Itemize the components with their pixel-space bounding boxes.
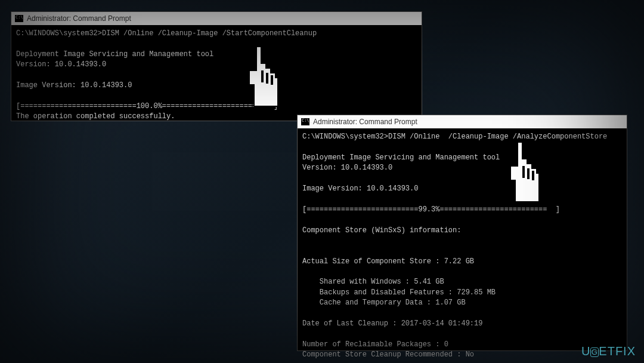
reclaimable: Number of Reclaimable Packages : 0 xyxy=(302,340,448,349)
titlebar-1[interactable]: Administrator: Command Prompt xyxy=(11,12,422,25)
window-title: Administrator: Command Prompt xyxy=(313,118,417,126)
output-line: Deployment Image Servicing and Managemen… xyxy=(16,50,213,59)
prompt: C:\WINDOWS\system32> xyxy=(16,29,102,38)
result-line: The operation completed successfully. xyxy=(16,112,175,121)
output-line: Deployment Image Servicing and Managemen… xyxy=(302,153,500,162)
progress-bar: [===========================100.0%======… xyxy=(16,102,278,110)
backups-size: Backups and Disabled Features : 729.85 M… xyxy=(302,288,496,297)
titlebar-2[interactable]: Administrator: Command Prompt xyxy=(298,115,627,128)
output-line: Version: 10.0.14393.0 xyxy=(16,60,106,69)
output-line: Version: 10.0.14393.0 xyxy=(302,164,392,172)
cache-size: Cache and Temporary Data : 1.07 GB xyxy=(302,299,466,307)
watermark: UGETFIX xyxy=(581,344,636,358)
command-text: DISM /Online /Cleanup-Image /AnalyzeComp… xyxy=(388,133,607,141)
terminal-1[interactable]: C:\WINDOWS\system32>DISM /Online /Cleanu… xyxy=(11,25,422,126)
prompt: C:\WINDOWS\system32> xyxy=(302,133,388,141)
recommended: Component Store Cleanup Recommended : No xyxy=(302,350,474,359)
output-line: Image Version: 10.0.14393.0 xyxy=(16,81,132,90)
cmd-window-1: Administrator: Command Prompt C:\WINDOWS… xyxy=(11,11,422,121)
terminal-2[interactable]: C:\WINDOWS\system32>DISM /Online /Cleanu… xyxy=(298,128,627,363)
command-text: DISM /Online /Cleanup-Image /StartCompon… xyxy=(102,29,317,38)
cmd-window-2: Administrator: Command Prompt C:\WINDOWS… xyxy=(297,115,627,351)
shared-size: Shared with Windows : 5.41 GB xyxy=(302,278,444,286)
cmd-icon xyxy=(301,118,309,125)
actual-size: Actual Size of Component Store : 7.22 GB xyxy=(302,257,474,266)
cmd-icon xyxy=(15,15,23,22)
output-line: Image Version: 10.0.14393.0 xyxy=(302,184,418,193)
progress-bar: [==========================99.3%========… xyxy=(302,205,560,214)
window-title: Administrator: Command Prompt xyxy=(27,14,131,23)
date-cleanup: Date of Last Cleanup : 2017-03-14 01:49:… xyxy=(302,319,482,328)
info-header: Component Store (WinSxS) information: xyxy=(302,226,461,235)
